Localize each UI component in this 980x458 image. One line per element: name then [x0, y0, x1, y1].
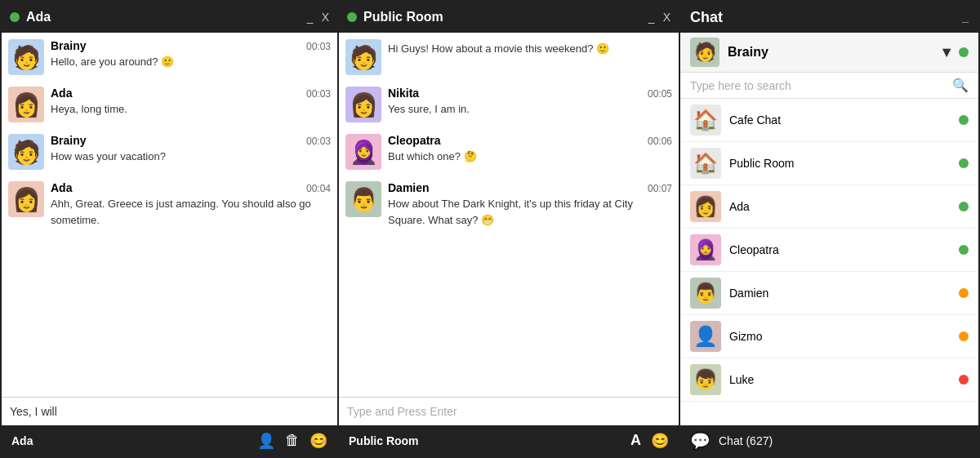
middle-footer-icons: A 😊: [630, 432, 669, 450]
current-user-name: Brainy: [728, 45, 939, 60]
list-item[interactable]: 👩 Ada: [680, 185, 978, 229]
middle-close-button[interactable]: X: [663, 11, 670, 24]
avatar: 🧑: [8, 39, 44, 75]
avatar: 👩: [8, 181, 44, 217]
search-icon[interactable]: 🔍: [952, 78, 969, 93]
left-input-area: [2, 397, 337, 425]
message-header: Cleopatra 00:06: [388, 134, 672, 147]
sender-name: Nikita: [388, 87, 419, 100]
chat-bubble-icon: 💬: [690, 431, 710, 451]
contact-name: Public Room: [729, 157, 959, 170]
contact-avatar: 🏠: [690, 104, 721, 136]
contact-avatar: 👦: [690, 364, 721, 395]
contact-list: 🏠 Cafe Chat 🏠 Public Room 👩 Ada 🧕 Cleopa…: [680, 99, 978, 425]
contact-avatar: 🏠: [690, 148, 721, 179]
message-header: Damien 00:07: [388, 181, 672, 194]
left-message-input[interactable]: [10, 405, 329, 418]
user-selector[interactable]: 🧑 Brainy ▼: [680, 33, 978, 73]
list-item[interactable]: 🧕 Cleopatra: [680, 229, 978, 272]
middle-messages-area: 🧑 Hi Guys! How about a movie this weeken…: [339, 33, 679, 397]
message-content: Cleopatra 00:06 But which one? 🤔: [388, 134, 672, 165]
list-item[interactable]: 🏠 Public Room: [680, 142, 978, 185]
middle-status-dot: [347, 12, 357, 22]
message-time: 00:05: [648, 88, 672, 100]
contact-name: Cafe Chat: [729, 113, 959, 127]
message-row: 👩 Ada 00:03 Heya, long time.: [8, 87, 331, 122]
contact-name: Gizmo: [729, 330, 959, 343]
sender-name: Brainy: [51, 134, 87, 147]
message-content: Nikita 00:05 Yes sure, I am in.: [388, 87, 672, 118]
font-icon[interactable]: A: [630, 432, 641, 450]
middle-input-area: [339, 397, 679, 425]
message-row: 👩 Ada 00:04 Ahh, Great. Greece is just a…: [8, 181, 331, 228]
middle-message-input[interactable]: [347, 405, 670, 418]
dropdown-arrow-icon[interactable]: ▼: [939, 44, 954, 61]
contact-name: Damien: [729, 287, 959, 300]
middle-emoji-icon[interactable]: 😊: [651, 432, 669, 450]
message-row: 🧑 Hi Guys! How about a movie this weeken…: [345, 39, 672, 75]
list-item[interactable]: 👦 Luke: [680, 358, 978, 402]
middle-footer: Public Room A 😊: [339, 425, 679, 456]
left-panel: Ada _ X 🧑 Brainy 00:03 Hello, are you ar…: [0, 0, 339, 458]
contact-name: Luke: [729, 373, 959, 386]
message-row: 👩 Nikita 00:05 Yes sure, I am in.: [345, 87, 672, 122]
delete-icon[interactable]: 🗑: [285, 432, 300, 450]
avatar: 🧑: [345, 39, 381, 75]
message-content: Ada 00:03 Heya, long time.: [51, 87, 331, 118]
middle-footer-name: Public Room: [349, 434, 630, 447]
message-content: Damien 00:07 How about The Dark Knight, …: [388, 181, 672, 228]
message-header: Nikita 00:05: [388, 87, 672, 100]
sender-name: Ada: [51, 87, 72, 100]
message-content: Brainy 00:03 How was your vacation?: [51, 134, 331, 165]
middle-title-bar: Public Room _ X: [339, 2, 679, 33]
left-footer: Ada 👤 🗑 😊: [2, 425, 337, 456]
middle-minimize-button[interactable]: _: [648, 11, 655, 24]
right-panel: Chat _ 🧑 Brainy ▼ 🔍 🏠 Cafe Chat 🏠 Public…: [679, 0, 980, 458]
avatar: 👩: [8, 87, 44, 122]
message-header: Brainy 00:03: [51, 39, 331, 52]
left-minimize-button[interactable]: _: [307, 11, 314, 24]
message-text: How about The Dark Knight, it's up this …: [388, 196, 672, 228]
avatar: 👩: [345, 87, 381, 122]
search-bar: 🔍: [680, 73, 978, 99]
emoji-icon[interactable]: 😊: [310, 432, 327, 450]
current-user-avatar: 🧑: [690, 38, 719, 67]
left-status-dot: [10, 12, 20, 22]
message-text: Yes sure, I am in.: [388, 101, 672, 118]
left-footer-icons: 👤 🗑 😊: [257, 432, 327, 450]
message-text: Ahh, Great. Greece is just amazing. You …: [51, 196, 331, 228]
contact-name: Ada: [729, 200, 959, 213]
contact-avatar: 👩: [690, 191, 721, 222]
right-header: Chat _: [680, 2, 978, 33]
sender-name: Cleopatra: [388, 134, 441, 147]
status-badge: [959, 288, 969, 298]
list-item[interactable]: 👨 Damien: [680, 272, 978, 315]
message-time: 00:03: [306, 136, 331, 147]
message-text: But which one? 🤔: [388, 149, 672, 165]
message-row: 🧑 Brainy 00:03 How was your vacation?: [8, 134, 331, 170]
add-user-icon[interactable]: 👤: [257, 432, 275, 450]
right-panel-title: Chat: [690, 9, 723, 26]
list-item[interactable]: 👤 Gizmo: [680, 315, 978, 358]
message-header: Ada 00:03: [51, 87, 331, 100]
list-item[interactable]: 🏠 Cafe Chat: [680, 99, 978, 142]
status-badge: [959, 375, 969, 385]
avatar: 👨: [345, 181, 381, 217]
message-header: Brainy 00:03: [51, 134, 331, 147]
message-text: Hello, are you around? 🙂: [51, 54, 331, 70]
message-content: Brainy 00:03 Hello, are you around? 🙂: [51, 39, 331, 70]
left-footer-name: Ada: [11, 434, 257, 447]
status-badge: [959, 202, 969, 211]
right-minimize-button[interactable]: _: [962, 11, 969, 24]
sender-name: Damien: [388, 181, 430, 194]
search-input[interactable]: [690, 79, 952, 92]
message-row: 🧕 Cleopatra 00:06 But which one? 🤔: [345, 134, 672, 170]
status-badge: [959, 245, 969, 255]
left-title-bar: Ada _ X: [2, 2, 337, 33]
avatar: 🧕: [345, 134, 381, 170]
left-close-button[interactable]: X: [322, 11, 329, 24]
status-badge: [959, 158, 969, 168]
middle-panel: Public Room _ X 🧑 Hi Guys! How about a m…: [337, 0, 680, 458]
message-time: 00:07: [648, 183, 672, 194]
status-badge: [959, 115, 969, 125]
